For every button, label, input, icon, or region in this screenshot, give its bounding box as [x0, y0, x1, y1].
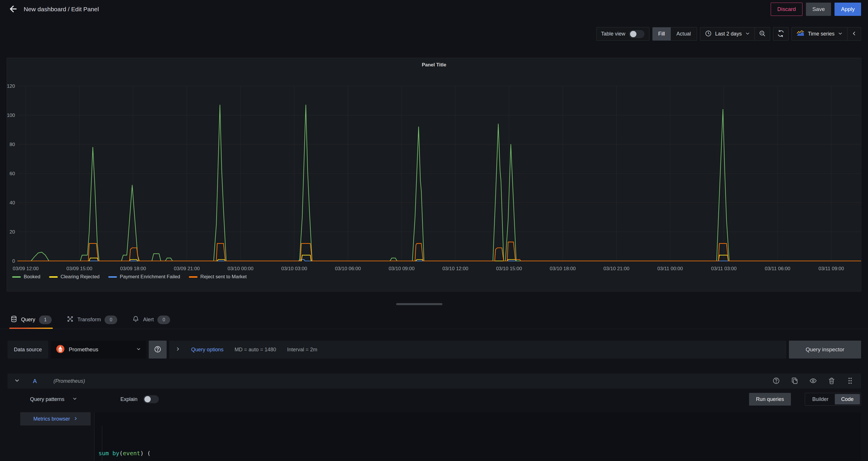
x-axis-tick-label: 03/10 15:00	[496, 266, 522, 271]
query-row-header[interactable]: A (Prometheus)	[7, 373, 861, 389]
viz-picker-group: Time series	[792, 27, 861, 41]
x-axis-tick-label: 03/11 09:00	[818, 266, 844, 271]
query-options-link: Query options	[191, 347, 223, 353]
y-axis-tick-label: 0	[12, 258, 15, 264]
code-token-plain: ) (	[140, 450, 151, 457]
apply-button[interactable]: Apply	[835, 3, 861, 16]
y-axis-tick-label: 100	[7, 112, 15, 118]
chevron-right-icon	[74, 416, 78, 422]
zoom-out-icon	[759, 30, 766, 38]
time-range-picker[interactable]: Last 2 days	[700, 27, 754, 40]
code-mode-option[interactable]: Code	[835, 394, 860, 404]
duplicate-query-button[interactable]	[790, 377, 799, 385]
viz-type-picker[interactable]: Time series	[792, 27, 847, 40]
tab-query[interactable]: Query 1	[9, 310, 53, 329]
series-line-clearing-rejected	[18, 255, 861, 261]
query-count-badge: 1	[39, 316, 52, 324]
collapse-options-button[interactable]	[847, 27, 861, 40]
legend-item-payment-enrichment-failed[interactable]: Payment Enrichment Failed	[108, 274, 180, 280]
legend-label: Booked	[24, 274, 40, 280]
viz-toolbar: Table view Fill Actual Last 2 days	[596, 27, 861, 41]
query-options-bar[interactable]: Query options MD = auto = 1480 Interval …	[169, 341, 786, 359]
datasource-name: Prometheus	[69, 347, 98, 353]
help-circle-icon	[772, 377, 780, 385]
y-axis-tick-label: 40	[9, 200, 15, 205]
clock-icon	[705, 30, 712, 38]
refresh-button[interactable]	[773, 27, 788, 40]
query-datasource-subtitle: (Prometheus)	[54, 378, 85, 384]
discard-button[interactable]: Discard	[771, 3, 802, 16]
x-axis-tick-label: 03/11 00:00	[657, 266, 683, 271]
actual-option[interactable]: Actual	[671, 27, 697, 40]
horizontal-scrollbar-thumb[interactable]	[396, 303, 442, 305]
datasource-picker[interactable]: Prometheus	[51, 341, 146, 359]
zoom-out-button[interactable]	[755, 27, 770, 40]
alert-count-badge: 0	[157, 316, 170, 324]
query-patterns-dropdown[interactable]: Query patterns	[30, 396, 77, 402]
transform-count-badge: 0	[104, 316, 117, 324]
bell-icon	[132, 316, 139, 324]
legend-item-reject-sent-to-market[interactable]: Reject sent to Market	[189, 274, 247, 280]
explain-control: Explain	[120, 395, 159, 403]
code-token-label: event	[123, 450, 140, 457]
y-axis-tick-label: 120	[7, 84, 15, 89]
chevron-down-icon	[14, 378, 20, 384]
tab-alert[interactable]: Alert 0	[131, 310, 171, 329]
query-row-actions	[772, 377, 854, 385]
back-button[interactable]	[7, 3, 20, 15]
table-view-group: Table view	[596, 27, 649, 41]
metrics-browser-button[interactable]: Metrics browser	[20, 412, 91, 426]
y-axis-tick-label: 20	[9, 229, 15, 235]
code-line: sum by(event) (	[98, 448, 861, 459]
tab-transform[interactable]: Transform 0	[66, 310, 118, 329]
table-view-toggle[interactable]	[629, 30, 645, 38]
legend-label: Reject sent to Market	[200, 274, 247, 280]
legend-item-booked[interactable]: Booked	[12, 274, 40, 280]
help-circle-icon	[154, 345, 161, 354]
grafana-edit-panel-screen: New dashboard / Edit Panel Discard Save …	[0, 0, 868, 461]
chevron-left-icon	[851, 31, 857, 37]
chart-legend: BookedClearing RejectedPayment Enrichmen…	[12, 274, 247, 280]
time-series-chart[interactable]: 02040608010012003/09 12:0003/09 15:0003/…	[7, 58, 861, 291]
chevron-right-icon	[176, 347, 180, 353]
tab-transform-label: Transform	[78, 317, 101, 323]
drag-handle[interactable]	[846, 377, 854, 385]
query-toolbar: Query patterns Explain Run queries Build…	[7, 393, 861, 406]
explain-label: Explain	[120, 396, 137, 402]
query-help-button[interactable]	[772, 377, 780, 385]
explain-toggle[interactable]	[143, 395, 159, 403]
x-axis-tick-label: 03/11 06:00	[765, 266, 790, 271]
top-header: New dashboard / Edit Panel Discard Save …	[0, 0, 868, 19]
query-inspector-button[interactable]: Query inspector	[789, 341, 861, 359]
eye-icon	[809, 377, 817, 385]
x-axis-tick-label: 03/10 09:00	[389, 266, 415, 271]
delete-query-button[interactable]	[828, 377, 836, 385]
x-axis-tick-label: 03/09 21:00	[174, 266, 200, 271]
chevron-down-icon	[838, 31, 843, 37]
builder-mode-option[interactable]: Builder	[806, 394, 835, 404]
save-button[interactable]: Save	[806, 3, 831, 16]
fill-option[interactable]: Fill	[653, 27, 671, 40]
time-range-label: Last 2 days	[715, 31, 742, 37]
run-queries-button[interactable]: Run queries	[749, 393, 791, 405]
trash-icon	[828, 377, 835, 385]
legend-item-clearing-rejected[interactable]: Clearing Rejected	[49, 274, 100, 280]
query-ref-id: A	[33, 378, 37, 385]
refresh-group	[773, 27, 788, 41]
code-token-fn: sum	[98, 450, 109, 457]
promql-code-editor[interactable]: sum by(event) ( increase( ipf_behaviour_…	[94, 412, 861, 461]
datasource-label: Data source	[7, 341, 48, 359]
transform-icon	[67, 316, 74, 324]
code-token-plain: (	[119, 450, 123, 457]
legend-swatch	[12, 276, 21, 278]
toggle-query-visibility-button[interactable]	[809, 377, 817, 385]
database-icon	[10, 316, 17, 324]
code-lines: sum by(event) ( increase( ipf_behaviour_…	[98, 448, 861, 461]
x-axis-tick-label: 03/09 15:00	[66, 266, 92, 271]
edit-panel-tabs: Query 1 Transform 0 Alert 0	[0, 310, 868, 329]
code-token-plain	[109, 450, 112, 457]
chevron-down-icon	[745, 31, 750, 37]
x-axis-tick-label: 03/10 03:00	[281, 266, 307, 271]
legend-swatch	[49, 276, 58, 278]
datasource-help-button[interactable]	[149, 341, 166, 359]
